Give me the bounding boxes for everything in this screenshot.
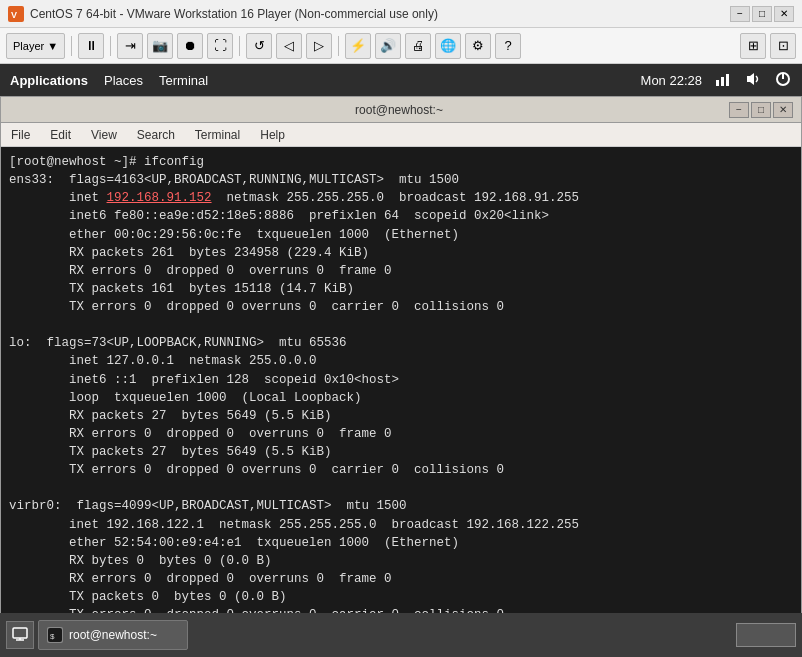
back-button[interactable]: ◁ [276,33,302,59]
terminal-taskbar-icon: $ [47,627,63,643]
gnome-topbar-left: Applications Places Terminal [10,73,208,88]
network-button[interactable]: 🌐 [435,33,461,59]
terminal-minimize-button[interactable]: − [729,102,749,118]
file-menu[interactable]: File [7,128,34,142]
toolbar-separator-4 [338,36,339,56]
terminal-menu[interactable]: Terminal [159,73,208,88]
terminal-taskbar-item[interactable]: $ root@newhost:~ [38,620,188,650]
titlebar-title: CentOS 7 64-bit - VMware Workstation 16 … [30,7,438,21]
datetime-display: Mon 22:28 [641,73,702,88]
forward-button[interactable]: ▷ [306,33,332,59]
vmware-titlebar: V CentOS 7 64-bit - VMware Workstation 1… [0,0,802,28]
pause-icon: ⏸ [85,38,98,53]
ip-address-highlight: 192.168.91.152 [107,191,212,205]
usb-button[interactable]: ⚡ [345,33,371,59]
terminal-taskbar-label: root@newhost:~ [69,628,157,642]
pause-button[interactable]: ⏸ [78,33,104,59]
power-icon[interactable] [774,70,792,91]
taskbar: $ root@newhost:~ [0,613,802,657]
terminal-content[interactable]: [root@newhost ~]# ifconfig ens33: flags=… [1,147,801,637]
svg-marker-5 [747,73,754,85]
fit-icon: ⊡ [778,38,789,53]
applications-menu[interactable]: Applications [10,73,88,88]
maximize-button[interactable]: □ [752,6,772,22]
fullscreen-icon: ⛶ [214,38,227,53]
terminal-titlebar: root@newhost:~ − □ ✕ [1,97,801,123]
taskbar-input[interactable] [736,623,796,647]
fit-button[interactable]: ⊡ [770,33,796,59]
settings-icon: ⚙ [472,38,484,53]
settings-button[interactable]: ⚙ [465,33,491,59]
screenshot-button[interactable]: 📷 [147,33,173,59]
toolbar-right: ⊞ ⊡ [740,33,796,59]
volume-icon[interactable] [744,70,762,91]
terminal-menu-item[interactable]: Terminal [191,128,244,142]
vmware-toolbar: Player ▼ ⏸ ⇥ 📷 ⏺ ⛶ ↺ ◁ ▷ ⚡ 🔊 🖨 🌐 ⚙ ? [0,28,802,64]
audio-icon: 🔊 [380,38,396,53]
back-icon: ◁ [284,38,294,53]
toolbar-separator-1 [71,36,72,56]
refresh-icon: ↺ [254,38,265,53]
search-menu[interactable]: Search [133,128,179,142]
toolbar-separator-2 [110,36,111,56]
terminal-maximize-button[interactable]: □ [751,102,771,118]
toolbar-separator-3 [239,36,240,56]
terminal-window-controls[interactable]: − □ ✕ [729,102,793,118]
send-keys-icon: ⇥ [125,38,136,53]
view-menu[interactable]: View [87,128,121,142]
svg-text:$: $ [50,632,55,641]
record-icon: ⏺ [184,38,197,53]
fullscreen-button[interactable]: ⛶ [207,33,233,59]
network-icon: 🌐 [440,38,456,53]
help-menu[interactable]: Help [256,128,289,142]
player-label: Player [13,40,44,52]
record-button[interactable]: ⏺ [177,33,203,59]
printer-icon: 🖨 [412,38,425,53]
help-icon: ? [504,38,511,53]
svg-rect-2 [716,80,719,86]
command-prompt: [root@newhost ~]# ifconfig ens33: flags=… [9,155,579,622]
titlebar-controls[interactable]: − □ ✕ [730,6,794,22]
help-toolbar-button[interactable]: ? [495,33,521,59]
taskbar-right [736,623,796,647]
forward-icon: ▷ [314,38,324,53]
player-dropdown-icon: ▼ [47,40,58,52]
svg-rect-3 [721,77,724,86]
svg-rect-8 [13,628,27,638]
gnome-topbar-right: Mon 22:28 [641,70,792,91]
network-status-icon[interactable] [714,70,732,91]
svg-rect-4 [726,74,729,86]
printer-button[interactable]: 🖨 [405,33,431,59]
gnome-topbar: Applications Places Terminal Mon 22:28 [0,64,802,96]
refresh-button[interactable]: ↺ [246,33,272,59]
minimize-button[interactable]: − [730,6,750,22]
titlebar-left: V CentOS 7 64-bit - VMware Workstation 1… [8,6,438,22]
places-menu[interactable]: Places [104,73,143,88]
enter-vm-button[interactable]: ⊞ [740,33,766,59]
svg-text:V: V [11,10,17,20]
send-keys-button[interactable]: ⇥ [117,33,143,59]
audio-button[interactable]: 🔊 [375,33,401,59]
edit-menu[interactable]: Edit [46,128,75,142]
close-button[interactable]: ✕ [774,6,794,22]
usb-icon: ⚡ [350,38,366,53]
terminal-window: root@newhost:~ − □ ✕ File Edit View Sear… [0,96,802,638]
enter-vm-icon: ⊞ [748,38,759,53]
terminal-title: root@newhost:~ [69,103,729,117]
player-menu-button[interactable]: Player ▼ [6,33,65,59]
vmware-icon: V [8,6,24,22]
show-desktop-button[interactable] [6,621,34,649]
terminal-close-button[interactable]: ✕ [773,102,793,118]
screenshot-icon: 📷 [152,38,168,53]
terminal-menubar: File Edit View Search Terminal Help [1,123,801,147]
